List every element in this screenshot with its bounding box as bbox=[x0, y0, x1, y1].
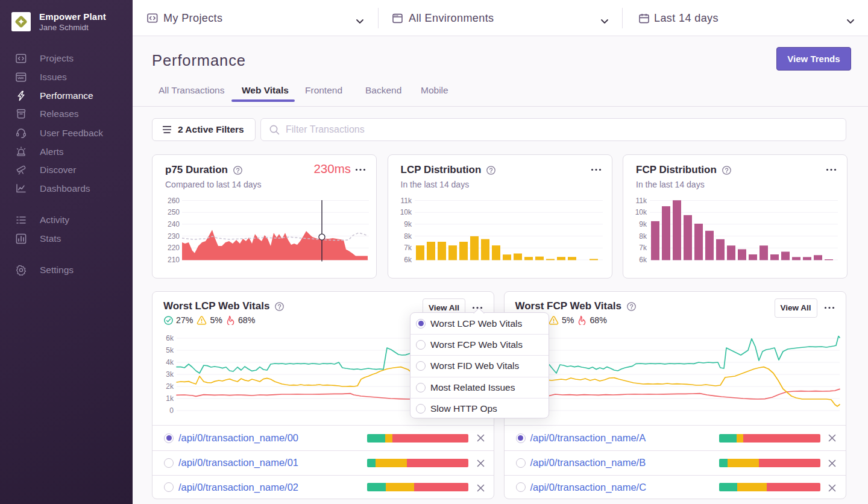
svg-text:250: 250 bbox=[168, 208, 180, 216]
svg-text:5k: 5k bbox=[166, 346, 174, 354]
svg-text:3k: 3k bbox=[166, 370, 174, 379]
svg-text:1k: 1k bbox=[166, 394, 174, 403]
svg-text:260: 260 bbox=[168, 197, 180, 205]
svg-text:0: 0 bbox=[169, 406, 174, 415]
svg-text:6k: 6k bbox=[404, 256, 412, 264]
svg-text:7k: 7k bbox=[404, 244, 412, 252]
svg-text:4k: 4k bbox=[166, 358, 174, 367]
svg-text:8k: 8k bbox=[404, 232, 412, 241]
svg-text:220: 220 bbox=[168, 244, 180, 252]
svg-text:6k: 6k bbox=[639, 256, 647, 264]
svg-text:7k: 7k bbox=[639, 244, 647, 252]
svg-text:8k: 8k bbox=[639, 232, 647, 241]
svg-text:9k: 9k bbox=[639, 220, 647, 228]
svg-text:11k: 11k bbox=[400, 197, 412, 205]
svg-text:10k: 10k bbox=[635, 208, 647, 216]
svg-text:240: 240 bbox=[168, 220, 180, 228]
svg-text:10k: 10k bbox=[400, 208, 412, 216]
svg-text:11k: 11k bbox=[636, 197, 647, 205]
svg-text:230: 230 bbox=[168, 232, 180, 241]
svg-text:6k: 6k bbox=[166, 334, 174, 342]
svg-text:9k: 9k bbox=[404, 220, 412, 228]
svg-text:2k: 2k bbox=[166, 382, 174, 391]
svg-text:210: 210 bbox=[168, 256, 180, 264]
